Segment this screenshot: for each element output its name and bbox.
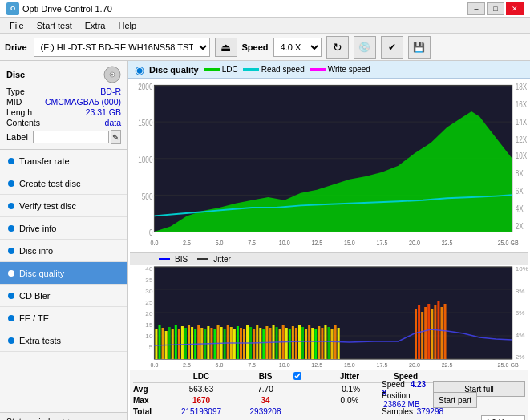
svg-rect-115 — [427, 304, 430, 359]
stats-avg-bis: 7.70 — [237, 385, 293, 394]
svg-text:15.0: 15.0 — [344, 362, 355, 368]
svg-rect-60 — [175, 325, 177, 359]
menu-file[interactable]: File — [3, 19, 30, 32]
svg-rect-102 — [311, 328, 314, 359]
burn-button[interactable]: 💿 — [354, 36, 376, 59]
svg-rect-70 — [207, 326, 209, 359]
svg-text:2.5: 2.5 — [183, 362, 191, 368]
eject-button[interactable]: ⏏ — [215, 38, 237, 57]
legend-write-label: Write speed — [328, 65, 370, 74]
svg-rect-92 — [279, 329, 281, 359]
menu-start-test[interactable]: Start test — [30, 19, 79, 32]
sidebar-item-disc-quality[interactable]: Disc quality — [0, 262, 127, 285]
sidebar-item-cd-bler[interactable]: CD Bler — [0, 285, 127, 307]
svg-rect-94 — [285, 328, 288, 359]
sidebar-item-transfer-rate[interactable]: Transfer rate — [0, 150, 127, 172]
svg-rect-100 — [305, 329, 307, 359]
disc-mid-label: MID — [6, 97, 22, 107]
svg-rect-114 — [424, 307, 427, 359]
sidebar-item-label: Create test disc — [19, 179, 80, 188]
disc-contents-row: Contents data — [6, 118, 121, 127]
menu-bar: File Start test Extra Help — [0, 18, 530, 34]
svg-text:17.5: 17.5 — [377, 239, 388, 247]
drive-label: Drive — [5, 42, 27, 52]
bottom-chart-svg: 40 35 30 25 20 15 10 5 10% 8% 6% 4% 2% — [130, 265, 528, 370]
stats-total-ldc: 215193097 — [165, 407, 237, 416]
nav-dot — [8, 158, 14, 164]
svg-rect-76 — [227, 325, 229, 359]
disc-section-label: Disc — [6, 70, 25, 79]
svg-text:10: 10 — [145, 333, 153, 340]
sidebar-item-create-test-disc[interactable]: Create test disc — [0, 172, 127, 195]
svg-text:25.0 GB: 25.0 GB — [498, 239, 519, 247]
disc-mid-row: MID CMCMAGBA5 (000) — [6, 97, 121, 107]
sidebar-item-drive-info[interactable]: Drive info — [0, 217, 127, 240]
jitter-checkbox[interactable] — [293, 372, 301, 380]
svg-text:12.5: 12.5 — [311, 239, 322, 247]
speed-select-stats[interactable]: 4.0 X — [481, 415, 525, 420]
svg-rect-87 — [262, 329, 265, 359]
svg-rect-86 — [259, 328, 261, 359]
svg-rect-73 — [217, 325, 220, 359]
toolbar: Drive (F:) HL-DT-ST BD-RE WH16NS58 TST4 … — [0, 34, 530, 61]
disc-mid-value: CMCMAGBA5 (000) — [45, 97, 121, 107]
disc-label-edit-button[interactable]: ✎ — [111, 130, 121, 144]
status-window-button[interactable]: Status window >> — [0, 412, 127, 420]
sidebar-item-disc-info[interactable]: Disc info — [0, 240, 127, 262]
svg-text:40: 40 — [145, 265, 153, 273]
menu-extra[interactable]: Extra — [79, 19, 112, 32]
chart-icon: ◉ — [135, 63, 144, 76]
sidebar-item-verify-test-disc[interactable]: Verify test disc — [0, 195, 127, 217]
svg-rect-95 — [289, 329, 291, 359]
disc-contents-value: data — [105, 118, 121, 127]
svg-rect-89 — [269, 328, 271, 359]
verify-button[interactable]: ✔ — [381, 36, 403, 59]
svg-text:22.5: 22.5 — [442, 362, 453, 368]
drive-select[interactable]: (F:) HL-DT-ST BD-RE WH16NS58 TST4 — [34, 38, 210, 57]
svg-text:35: 35 — [145, 277, 153, 284]
sidebar-item-label: FE / TE — [19, 313, 49, 323]
svg-text:12X: 12X — [516, 135, 528, 144]
nav-dot — [8, 293, 14, 299]
sidebar: Disc Type BD-R MID CMCMAGBA5 (000) Lengt… — [0, 61, 128, 420]
svg-text:15.0: 15.0 — [344, 239, 355, 247]
nav-dot — [8, 337, 14, 344]
svg-rect-107 — [327, 327, 330, 359]
disc-label-input[interactable] — [33, 131, 109, 143]
svg-rect-58 — [168, 327, 171, 359]
refresh-button[interactable]: ↻ — [326, 36, 349, 59]
start-part-button[interactable]: Start part — [433, 392, 477, 408]
svg-text:1000: 1000 — [138, 155, 152, 164]
svg-rect-85 — [256, 325, 258, 359]
stats-total-bis: 2939208 — [237, 407, 293, 416]
save-button[interactable]: 💾 — [408, 36, 431, 59]
svg-rect-82 — [246, 325, 249, 359]
sidebar-item-fe-te[interactable]: FE / TE — [0, 307, 127, 329]
svg-text:6%: 6% — [516, 309, 525, 317]
start-part-area: Start part — [433, 392, 525, 408]
bottom-chart-legend: BIS Jitter — [130, 252, 528, 265]
samples-label: Samples — [382, 407, 413, 416]
menu-help[interactable]: Help — [111, 19, 143, 32]
sidebar-item-extra-tests[interactable]: Extra tests — [0, 329, 127, 352]
svg-text:30: 30 — [145, 288, 153, 295]
svg-rect-65 — [191, 327, 193, 359]
stats-max-row: Max 1670 34 0.0% Position 23862 MB Start… — [133, 394, 525, 406]
svg-text:25: 25 — [145, 299, 153, 306]
svg-text:1500: 1500 — [138, 119, 152, 127]
sidebar-item-label: Disc quality — [19, 269, 64, 278]
title-bar-left: O Opti Drive Control 1.70 — [6, 2, 112, 15]
minimize-button[interactable]: – — [467, 2, 485, 15]
svg-rect-81 — [243, 329, 245, 359]
sidebar-item-label: Disc info — [19, 246, 53, 256]
speed-select[interactable]: 4.0 X — [273, 38, 322, 57]
chart-header: ◉ Disc quality LDC Read speed Write spee… — [128, 61, 530, 79]
stats-avg-label: Avg — [133, 385, 165, 394]
svg-text:4%: 4% — [516, 332, 525, 339]
svg-rect-108 — [331, 329, 334, 359]
position-label: Position — [382, 391, 411, 400]
maximize-button[interactable]: □ — [487, 2, 504, 15]
main-area: Disc Type BD-R MID CMCMAGBA5 (000) Lengt… — [0, 61, 530, 420]
close-button[interactable]: ✕ — [506, 2, 524, 15]
legend-write-color — [310, 68, 326, 71]
